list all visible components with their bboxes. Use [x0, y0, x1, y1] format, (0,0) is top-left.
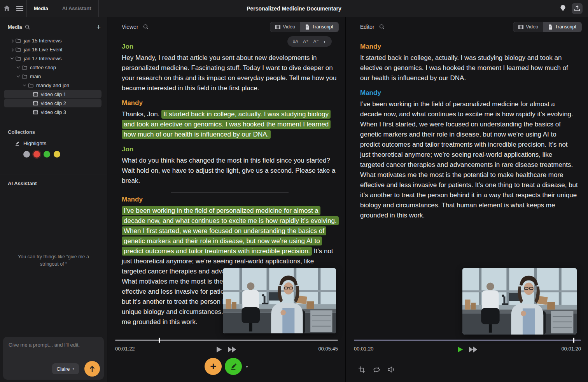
- viewer-fast-forward-button[interactable]: [228, 347, 236, 352]
- tips-button[interactable]: [558, 5, 568, 12]
- viewer-header: Viewer Video Transcript: [108, 17, 345, 37]
- home-button[interactable]: [0, 0, 13, 17]
- viewer-timeline-scrubber[interactable]: [115, 340, 338, 341]
- media-tree-item[interactable]: jan 16 Live Event: [4, 45, 102, 54]
- highlight-color-dot[interactable]: [33, 151, 40, 158]
- editor-transcript-tab[interactable]: Transcript: [543, 22, 581, 32]
- editor-fast-forward-button[interactable]: [469, 347, 477, 352]
- collection-highlights[interactable]: Highlights: [0, 140, 107, 149]
- transcript-paragraph[interactable]: It started back in college, actually. I …: [360, 53, 578, 83]
- transcript-paragraph[interactable]: Hey Mandy, I read that article you sent …: [122, 53, 338, 93]
- media-tree-item[interactable]: coffee shop: [4, 63, 102, 72]
- folder-icon: [16, 56, 21, 61]
- transcript-block: Jon What do you think has changed the mo…: [122, 145, 338, 186]
- chevron-icon[interactable]: [22, 83, 27, 88]
- topbar: Personalized Medicine Documentary Media …: [0, 0, 588, 17]
- editor-timeline-scrubber[interactable]: [354, 340, 581, 341]
- upload-icon: [574, 5, 580, 11]
- editor-title: Editor: [360, 24, 374, 30]
- highlight-options-dropdown[interactable]: ▾: [246, 364, 248, 369]
- voice-select[interactable]: Claire ▾: [52, 363, 79, 374]
- highlight-color-dot[interactable]: [54, 151, 60, 158]
- viewer-play-button[interactable]: [217, 347, 222, 352]
- ai-assistant-hint: You can try things like “give me a strin…: [13, 253, 94, 267]
- media-item-label: video clip 1: [41, 91, 66, 97]
- font-decrease-icon[interactable]: A⁻: [312, 39, 320, 44]
- add-media-button[interactable]: +: [96, 23, 101, 31]
- contrast-icon[interactable]: ◐: [322, 39, 328, 44]
- media-tree-item[interactable]: jan 17 Interviews: [4, 54, 102, 63]
- folder-icon: [22, 65, 27, 70]
- add-to-composition-button[interactable]: +: [205, 358, 222, 375]
- editor-play-button[interactable]: [458, 347, 463, 352]
- transcript-block: Mandy Thanks, Jon. It started back in co…: [122, 99, 338, 140]
- menu-button[interactable]: [13, 0, 26, 17]
- scene-divider: [171, 193, 289, 193]
- viewer-view-toggle: Video Transcript: [270, 22, 339, 32]
- editor-search-button[interactable]: [379, 24, 385, 30]
- ai-assistant-section: AI Assistant You can try things like “gi…: [0, 175, 107, 382]
- highlight-button[interactable]: [225, 358, 242, 375]
- transcript-segment[interactable]: It started back in college, actually. I …: [360, 54, 568, 82]
- transcript-segment[interactable]: What do you think has changed the most i…: [122, 157, 335, 184]
- collections-title: Collections: [0, 126, 107, 140]
- speaker-label: Mandy: [360, 89, 578, 97]
- transcript-block: Jon Hey Mandy, I read that article you s…: [122, 43, 338, 93]
- media-item-label: jan 15 Interviews: [24, 38, 62, 44]
- media-tree-item[interactable]: jan 15 Interviews: [4, 36, 102, 45]
- media-tree-item[interactable]: video clip 1: [4, 90, 102, 98]
- highlight-color-dot[interactable]: [44, 151, 50, 158]
- folder-icon: [28, 83, 33, 88]
- speaker-label: Mandy: [360, 43, 578, 51]
- chevron-down-icon: ▾: [72, 367, 74, 371]
- media-item-label: coffee shop: [30, 65, 56, 70]
- transcript-segment[interactable]: Thanks, Jon.: [122, 110, 161, 118]
- playhead[interactable]: [573, 338, 574, 343]
- media-search-button[interactable]: [25, 25, 30, 30]
- replace-clip-button[interactable]: [373, 366, 381, 373]
- app-window: Personalized Medicine Documentary Media …: [0, 0, 588, 382]
- chevron-icon[interactable]: [16, 65, 21, 70]
- viewer-video-preview[interactable]: [223, 268, 336, 333]
- submit-prompt-button[interactable]: [84, 361, 100, 377]
- speaker-label: Mandy: [122, 99, 338, 107]
- crop-button[interactable]: [358, 366, 366, 373]
- font-increase-icon[interactable]: A⁺: [301, 39, 310, 44]
- collections-section: Collections Highlights: [0, 121, 107, 158]
- chevron-icon[interactable]: [16, 74, 21, 79]
- editor-view-toggle: Video Transcript: [513, 22, 582, 32]
- chevron-icon[interactable]: [10, 38, 14, 43]
- chevron-icon[interactable]: [10, 47, 14, 52]
- media-item-label: video clip 2: [41, 100, 66, 106]
- volume-button[interactable]: [388, 366, 396, 373]
- tab-media[interactable]: Media: [27, 0, 55, 17]
- media-item-label: video clip 3: [41, 109, 66, 115]
- translate-icon[interactable]: x̄A: [291, 39, 300, 44]
- transcript-paragraph[interactable]: I’ve been working in the field of person…: [360, 99, 578, 221]
- play-icon: [458, 347, 463, 352]
- editor-video-preview[interactable]: [462, 268, 577, 335]
- viewer-video-tab[interactable]: Video: [270, 22, 300, 32]
- media-tree-item[interactable]: main: [4, 72, 102, 81]
- transcript-paragraph[interactable]: Thanks, Jon. It started back in college,…: [122, 109, 338, 140]
- viewer-title: Viewer: [122, 24, 138, 30]
- document-icon: [548, 25, 553, 30]
- home-icon: [4, 5, 10, 11]
- viewer-transcript-tab[interactable]: Transcript: [300, 22, 338, 32]
- tab-ai-assistant[interactable]: AI Assistant: [55, 0, 98, 17]
- media-tree-item[interactable]: video clip 2: [4, 99, 102, 107]
- publish-button[interactable]: [572, 3, 583, 14]
- media-tree-item[interactable]: video clip 3: [4, 108, 102, 116]
- transcript-paragraph[interactable]: What do you think has changed the most i…: [122, 156, 338, 186]
- highlight-color-dot[interactable]: [23, 151, 30, 158]
- media-tree-item[interactable]: mandy and jon: [4, 81, 102, 89]
- prompt-input[interactable]: [3, 337, 104, 359]
- transcript-segment[interactable]: I’ve been working in the field of person…: [360, 100, 578, 219]
- highlighted-segment[interactable]: I’ve been working in the field of person…: [122, 206, 339, 256]
- chevron-icon[interactable]: [10, 56, 14, 61]
- transcript-segment[interactable]: Hey Mandy, I read that article you sent …: [122, 54, 336, 92]
- editor-video-tab[interactable]: Video: [513, 22, 543, 32]
- playhead[interactable]: [159, 338, 160, 343]
- film-icon: [33, 101, 38, 105]
- viewer-search-button[interactable]: [143, 24, 149, 30]
